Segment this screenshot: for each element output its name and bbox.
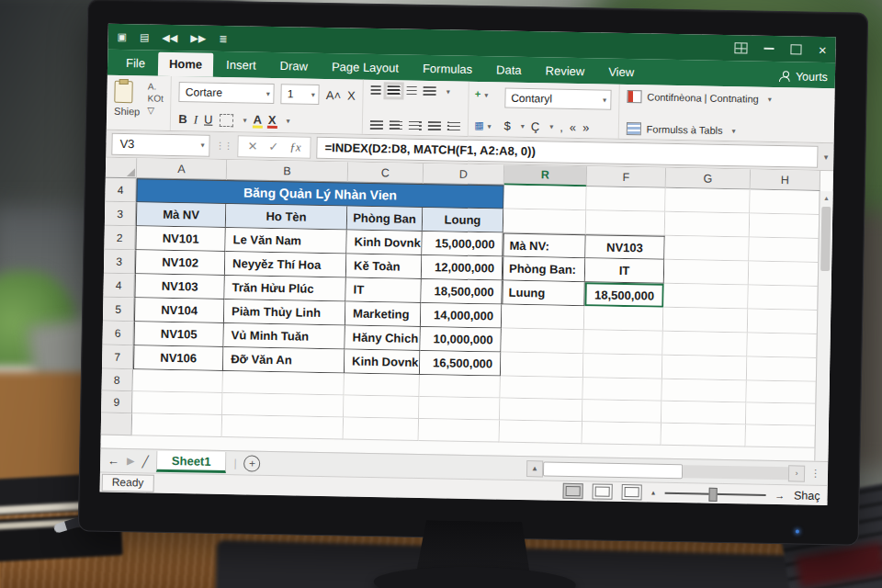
merge-center-icon[interactable] <box>428 121 441 131</box>
row-header[interactable]: 2 <box>104 226 135 251</box>
empty-cell[interactable] <box>586 210 665 236</box>
row-header[interactable]: 5 <box>103 298 134 322</box>
add-sheet-icon[interactable]: + <box>243 455 260 471</box>
empty-cell[interactable] <box>501 329 583 355</box>
tab-draw[interactable]: Draw <box>268 54 319 79</box>
empty-cell[interactable] <box>662 401 746 425</box>
row-header[interactable]: 7 <box>102 345 133 370</box>
empty-cell[interactable] <box>582 400 662 424</box>
empty-cell[interactable] <box>748 285 818 310</box>
lookup-value-dept[interactable]: IT <box>585 258 664 284</box>
empty-cell[interactable] <box>586 187 665 212</box>
paste-label[interactable]: Shiep <box>114 106 140 118</box>
orientation-icon[interactable] <box>424 86 436 96</box>
empty-cell[interactable] <box>500 399 582 423</box>
copy-icon[interactable]: KOt <box>147 93 163 104</box>
format-cells-icon[interactable]: ▦▾ <box>474 119 492 131</box>
redo-icon[interactable]: ▶▶ <box>190 32 206 44</box>
empty-cell[interactable] <box>132 413 222 437</box>
font-color-button[interactable]: X <box>268 113 277 129</box>
font-size-select[interactable]: 1 ▾ <box>281 84 320 105</box>
sheet-nav-left-icon[interactable]: ← <box>107 454 119 468</box>
wrap-text-icon[interactable] <box>447 121 460 131</box>
page-layout-view-icon[interactable] <box>593 483 613 499</box>
column-header-g[interactable]: G <box>666 168 751 190</box>
cell-employee-dept[interactable]: IT <box>345 277 421 302</box>
empty-cell[interactable] <box>583 354 662 379</box>
empty-cell[interactable] <box>222 393 344 417</box>
empty-cell[interactable] <box>500 377 582 401</box>
tab-data[interactable]: Data <box>485 58 533 83</box>
empty-cell[interactable] <box>582 422 662 446</box>
sheet-nav-right-icon[interactable]: ▶ <box>127 455 135 467</box>
empty-cell[interactable] <box>664 236 749 262</box>
empty-cell[interactable] <box>501 353 583 379</box>
scroll-left-icon[interactable]: ▲ <box>526 460 543 477</box>
empty-cell[interactable] <box>583 330 662 356</box>
cell-employee-dept[interactable]: Hăny Chich <box>345 325 420 350</box>
header-cell-id[interactable]: Mà NV <box>136 202 226 228</box>
empty-cell[interactable] <box>663 308 748 334</box>
formula-expand-icon[interactable]: ▾ <box>824 152 829 161</box>
currency-icon[interactable]: $ <box>504 119 512 133</box>
increase-decimal-icon[interactable]: « <box>570 120 577 134</box>
insert-cells-icon[interactable]: +▾ <box>475 88 492 99</box>
percent-icon[interactable]: Ç <box>531 119 540 133</box>
column-header-b[interactable]: B <box>227 160 348 182</box>
header-cell-dept[interactable]: Phòng Ban <box>347 206 423 231</box>
comma-icon[interactable]: , <box>560 120 563 134</box>
empty-cell[interactable] <box>662 332 747 357</box>
column-header-d[interactable]: D <box>424 164 504 186</box>
row-header[interactable]: 4 <box>105 178 136 203</box>
row-header[interactable]: 9 <box>101 391 132 414</box>
row-header[interactable]: 3 <box>104 250 135 275</box>
empty-cell[interactable] <box>503 209 586 235</box>
empty-cell[interactable] <box>746 402 816 425</box>
cell-employee-salary[interactable]: 15,000,000 <box>422 232 503 257</box>
empty-cell[interactable] <box>665 188 750 214</box>
align-left-icon[interactable] <box>370 120 383 130</box>
decrease-decimal-icon[interactable]: » <box>582 120 590 134</box>
lookup-label-id[interactable]: Mà NV: <box>503 233 585 259</box>
cell-employee-id[interactable]: NV104 <box>134 298 224 323</box>
insert-function-icon[interactable]: ƒx <box>289 140 301 154</box>
empty-cell[interactable] <box>749 238 819 263</box>
empty-cell[interactable] <box>663 284 748 310</box>
row-header[interactable]: 6 <box>102 322 133 346</box>
empty-cell[interactable] <box>662 379 746 403</box>
empty-cell[interactable] <box>662 424 746 447</box>
lookup-value-id[interactable]: NV103 <box>585 234 664 260</box>
empty-cell[interactable] <box>747 356 817 381</box>
close-icon[interactable]: × <box>819 42 827 56</box>
undo-icon[interactable]: ◀◀ <box>162 31 177 43</box>
highlight-color-button[interactable]: A <box>253 113 262 129</box>
scroll-up-icon[interactable]: ▲ <box>820 191 832 205</box>
empty-cell[interactable] <box>665 212 750 238</box>
cell-employee-name[interactable]: Neyyěz Thí Hoa <box>225 252 346 277</box>
enter-icon[interactable]: ✓ <box>268 140 278 153</box>
cell-employee-salary[interactable]: 18,500,000 <box>421 279 502 305</box>
cell-employee-id[interactable]: NV103 <box>134 274 224 300</box>
account-button[interactable]: Yourts <box>779 70 828 88</box>
restore-icon[interactable] <box>791 44 802 54</box>
more-dots-icon[interactable]: ⋮ <box>810 468 820 480</box>
header-cell-name[interactable]: Ho Tèn <box>226 204 347 230</box>
normal-view-icon[interactable] <box>563 483 583 499</box>
align-bottom-icon[interactable] <box>407 86 417 96</box>
cell-employee-salary[interactable]: 14,000,000 <box>421 303 502 329</box>
row-header[interactable] <box>101 413 132 436</box>
cell-employee-dept[interactable]: Kinh Dovnk <box>346 230 422 254</box>
horizontal-scroll-thumb[interactable] <box>543 461 683 479</box>
empty-cell[interactable] <box>222 415 344 439</box>
zoom-out-icon[interactable]: ▴ <box>651 489 655 497</box>
row-header[interactable]: 4 <box>103 274 134 299</box>
empty-cell[interactable] <box>419 397 500 421</box>
empty-cell[interactable] <box>746 380 816 403</box>
grow-font-icon[interactable]: A˄ <box>326 88 342 102</box>
empty-cell[interactable] <box>664 260 749 286</box>
row-header[interactable]: 3 <box>105 202 136 227</box>
cell-employee-id[interactable]: NV106 <box>133 345 223 371</box>
header-cell-salary[interactable]: Loung <box>423 208 503 233</box>
empty-cell[interactable] <box>223 371 345 395</box>
name-box[interactable]: V3 ▾ <box>111 132 209 156</box>
